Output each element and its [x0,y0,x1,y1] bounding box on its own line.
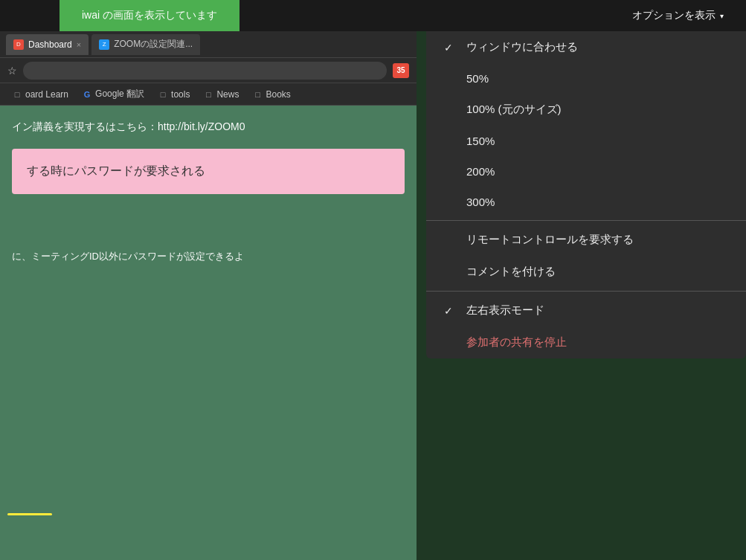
bottom-text: に、ミーティングID以外にパスワードが設定できるよ [0,239,417,274]
menu-divider-2 [426,291,746,292]
address-input[interactable] [23,62,387,80]
bookmark-learn[interactable]: □ oard Learn [6,87,74,102]
menu-item-50[interactable]: ✓ 50% [426,63,746,94]
bookmark-tools[interactable]: □ tools [152,87,196,102]
menu-item-stop-sharing[interactable]: ✓ 参加者の共有を停止 [426,326,746,358]
bookmark-translate[interactable]: G Google 翻訳 [76,86,150,103]
folder-icon: □ [252,89,263,100]
check-icon: ✓ [444,42,457,54]
screen-sharing-label: iwai の画面を表示しています [60,0,239,31]
dashboard-tab-icon: D [13,39,24,50]
calendar-badge: 35 [393,63,409,78]
check-icon: ✓ [444,305,457,317]
menu-item-200[interactable]: ✓ 200% [426,156,746,187]
tab-zoom[interactable]: Z ZOOMの設定関連... [91,34,200,55]
folder-icon: □ [203,89,213,100]
zoom-tab-icon: Z [99,39,109,50]
bookmark-books[interactable]: □ Books [246,87,296,102]
tab-bar: D Dashboard × Z ZOOMの設定関連... [0,31,417,58]
address-bar: ☆ 35 [0,58,417,83]
options-button[interactable]: オプションを表示 ▾ [617,4,739,27]
menu-item-fit-window[interactable]: ✓ ウィンドウに合わせる [426,31,746,63]
bookmark-news[interactable]: □ News [197,87,245,102]
top-bar: iwai の画面を表示しています オプションを表示 ▾ [0,0,746,31]
menu-item-300[interactable]: ✓ 300% [426,187,746,217]
chevron-down-icon: ▾ [720,12,724,20]
folder-icon: □ [158,89,168,100]
pink-box: する時にパスワードが要求される [12,149,405,194]
menu-item-100[interactable]: ✓ 100% (元のサイズ) [426,94,746,126]
menu-item-remote-control[interactable]: ✓ リモートコントロールを要求する [426,224,746,256]
translate-icon: G [82,89,92,100]
folder-icon: □ [12,89,22,100]
menu-divider-1 [426,220,746,221]
menu-item-150[interactable]: ✓ 150% [426,126,746,156]
options-dropdown: ✓ ウィンドウに合わせる ✓ 50% ✓ 100% (元のサイズ) ✓ 150%… [426,31,746,358]
menu-item-annotate[interactable]: ✓ コメントを付ける [426,256,746,288]
browser-window: D Dashboard × Z ZOOMの設定関連... ☆ 35 □ oard… [0,31,417,560]
menu-item-side-mode[interactable]: ✓ 左右表示モード [426,295,746,326]
bookmarks-bar: □ oard Learn G Google 翻訳 □ tools □ News … [0,83,417,106]
tab-dashboard[interactable]: D Dashboard × [6,34,89,55]
web-content: イン講義を実現するはこちら：http://bit.ly/ZOOM0 する時にパス… [0,106,417,560]
pink-box-text: する時にパスワードが要求される [27,164,205,177]
tab-close-icon[interactable]: × [77,40,81,49]
content-line1: イン講義を実現するはこちら：http://bit.ly/ZOOM0 [0,106,417,141]
star-icon[interactable]: ☆ [7,65,17,77]
yellow-underline [7,513,52,515]
